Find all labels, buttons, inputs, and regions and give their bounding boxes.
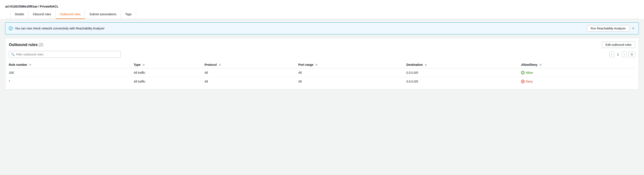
col-allow-deny: Allow/Deny ▽ xyxy=(521,61,635,68)
tabs-container: Details Inbound rules Outbound rules Sub… xyxy=(5,10,639,19)
info-banner: i You can now check network connectivity… xyxy=(5,22,639,34)
table-row: *All trafficAllAll0.0.0.0/0 Deny xyxy=(9,77,635,86)
pagination-prev-button[interactable]: ‹ xyxy=(609,52,614,57)
banner-close-button[interactable]: × xyxy=(631,26,635,30)
cell-rule-number: * xyxy=(9,77,134,86)
run-reachability-analyzer-button[interactable]: Run Reachability Analyzer xyxy=(587,25,629,32)
table-body: 100All trafficAllAll0.0.0.0/0 Allow *All… xyxy=(9,68,635,86)
panel-count: (2) xyxy=(38,43,43,47)
pagination-controls: ‹ 1 › ⚙ xyxy=(609,52,635,57)
search-icon: 🔍 xyxy=(11,53,15,56)
panel-title-wrapper: Outbound rules (2) xyxy=(9,43,43,47)
col-destination: Destination ▽ xyxy=(406,61,521,68)
cell-allow-deny: Deny xyxy=(521,77,635,86)
cell-rule-number: 100 xyxy=(9,68,134,77)
deny-label: Deny xyxy=(526,80,533,83)
deny-icon xyxy=(521,80,524,83)
table-row: 100All trafficAllAll0.0.0.0/0 Allow xyxy=(9,68,635,77)
cell-type: All traffic xyxy=(134,77,204,86)
cell-type: All traffic xyxy=(134,68,204,77)
deny-badge: Deny xyxy=(521,80,632,83)
sort-icon-port-range: ▽ xyxy=(316,64,317,66)
search-wrapper: 🔍 xyxy=(9,51,121,58)
cell-allow-deny: Allow xyxy=(521,68,635,77)
panel-title: Outbound rules xyxy=(9,43,38,47)
col-rule-number: Rule number ▽ xyxy=(9,61,134,68)
edit-outbound-rules-button[interactable]: Edit outbound rules xyxy=(602,41,635,48)
cell-destination: 0.0.0.0/0 xyxy=(406,68,521,77)
controls-row: 🔍 ‹ 1 › ⚙ xyxy=(9,51,635,58)
tab-details[interactable]: Details xyxy=(10,10,29,19)
outbound-rules-panel: Outbound rules (2) Edit outbound rules 🔍… xyxy=(5,38,639,89)
sort-icon-rule-number: ▽ xyxy=(29,64,31,66)
page-wrapper: acl-01261f386e16f91ae / PrivateNACL Deta… xyxy=(0,0,644,93)
outbound-rules-table: Rule number ▽ Type ▽ Protocol ▽ Port ran… xyxy=(9,61,635,86)
sort-icon-type: ▽ xyxy=(143,64,144,66)
tab-subnet-associations[interactable]: Subnet associations xyxy=(85,10,121,19)
tab-outbound-rules[interactable]: Outbound rules xyxy=(56,10,85,19)
cell-protocol: All xyxy=(204,68,298,77)
banner-text: You can now check network connectivity w… xyxy=(15,27,585,30)
allow-icon xyxy=(521,71,524,74)
tab-inbound-rules[interactable]: Inbound rules xyxy=(29,10,56,19)
sort-icon-allow-deny: ▽ xyxy=(540,64,541,66)
table-header-row: Rule number ▽ Type ▽ Protocol ▽ Port ran… xyxy=(9,61,635,68)
panel-header: Outbound rules (2) Edit outbound rules xyxy=(9,41,635,48)
banner-actions: Run Reachability Analyzer × xyxy=(587,25,635,32)
col-type: Type ▽ xyxy=(134,61,204,68)
table-settings-button[interactable]: ⚙ xyxy=(628,52,635,57)
allow-badge: Allow xyxy=(521,71,632,74)
table-header: Rule number ▽ Type ▽ Protocol ▽ Port ran… xyxy=(9,61,635,68)
sort-icon-destination: ▽ xyxy=(425,64,426,66)
main-content: i You can now check network connectivity… xyxy=(0,19,644,93)
col-protocol: Protocol ▽ xyxy=(204,61,298,68)
cell-destination: 0.0.0.0/0 xyxy=(406,77,521,86)
resource-title: acl-01261f386e16f91ae / PrivateNACL xyxy=(5,2,639,10)
allow-label: Allow xyxy=(526,71,533,74)
filter-outbound-rules-input[interactable] xyxy=(9,51,121,58)
cell-protocol: All xyxy=(204,77,298,86)
sort-icon-protocol: ▽ xyxy=(219,64,220,66)
pagination-current-page: 1 xyxy=(616,53,620,56)
pagination-next-button[interactable]: › xyxy=(622,52,627,57)
info-icon: i xyxy=(9,26,13,30)
page-header: acl-01261f386e16f91ae / PrivateNACL Deta… xyxy=(0,0,644,19)
cell-port-range: All xyxy=(298,68,406,77)
cell-port-range: All xyxy=(298,77,406,86)
col-port-range: Port range ▽ xyxy=(298,61,406,68)
tab-tags[interactable]: Tags xyxy=(121,10,136,19)
